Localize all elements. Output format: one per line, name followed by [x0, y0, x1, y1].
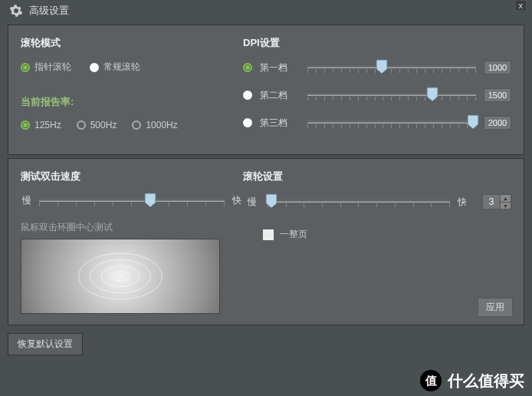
slider-thumb[interactable]	[426, 87, 438, 102]
slow-label: 慢	[243, 196, 261, 209]
radio-1000hz[interactable]: 1000Hz	[132, 120, 177, 130]
radio-normal-wheel[interactable]: 常规滚轮	[90, 61, 140, 74]
dpi-title: DPI设置	[243, 36, 511, 50]
slider-thumb[interactable]	[144, 193, 156, 208]
dpi-label: 第二档	[260, 89, 300, 102]
panel-advanced: 滚轮模式 指针滚轮 常规滚轮 当前报告率: 125Hz	[8, 25, 524, 155]
checkbox-one-page[interactable]	[263, 229, 274, 240]
dclick-help: 鼠标双击环圈中心测试	[21, 221, 243, 234]
window-title: 高级设置	[29, 4, 69, 18]
radio-label: 125Hz	[34, 120, 61, 130]
radio-dot-icon	[243, 63, 252, 72]
radio-500hz[interactable]: 500Hz	[77, 120, 117, 130]
fast-label: 快	[231, 194, 243, 207]
lines-stepper[interactable]: 3 ▲ ▼	[482, 194, 511, 210]
radio-dot-icon	[21, 63, 30, 72]
radio-pointer-wheel[interactable]: 指针滚轮	[21, 61, 71, 74]
radio-dot-icon	[132, 120, 141, 130]
report-rate-title: 当前报告率:	[21, 95, 243, 109]
radio-label: 1000Hz	[146, 120, 177, 130]
dpi-slider-2[interactable]	[307, 89, 476, 101]
dclick-title: 测试双击速度	[21, 170, 243, 183]
dpi-row-3: 第三档 2000	[243, 116, 511, 130]
wheel-speed-slider[interactable]	[268, 196, 450, 208]
dpi-row-1: 第一档 1000	[243, 61, 511, 74]
stepper-value: 3	[483, 195, 500, 209]
radio-dot-icon	[21, 120, 30, 130]
slider-thumb[interactable]	[265, 193, 277, 209]
radio-dpi-1[interactable]	[243, 63, 252, 72]
radio-dpi-3[interactable]	[243, 118, 252, 127]
dpi-value-badge: 1500	[484, 88, 511, 102]
watermark: 值 什么值得买	[420, 370, 524, 391]
radio-125hz[interactable]: 125Hz	[21, 120, 61, 130]
checkbox-label: 一整页	[280, 228, 307, 241]
radio-label: 常规滚轮	[103, 61, 140, 74]
dpi-slider-1[interactable]	[307, 61, 476, 74]
dpi-label: 第三档	[260, 117, 300, 130]
slider-thumb[interactable]	[376, 59, 388, 74]
dclick-test-area[interactable]	[21, 239, 220, 314]
dpi-value-badge: 1000	[484, 61, 511, 74]
dpi-value-badge: 2000	[484, 116, 511, 130]
dpi-label: 第一档	[260, 61, 300, 74]
watermark-badge-icon: 值	[420, 370, 442, 391]
radio-dot-icon	[243, 91, 252, 100]
radio-dpi-2[interactable]	[243, 91, 252, 100]
panel-test: 测试双击速度 慢 快 鼠标双击环圈中心测试 滚轮设置 慢	[8, 158, 524, 325]
radio-label: 指针滚轮	[34, 61, 71, 74]
radio-dot-icon	[77, 120, 86, 130]
radio-dot-icon	[90, 63, 99, 72]
close-button[interactable]: x	[516, 1, 527, 10]
wheel-mode-title: 滚轮模式	[21, 36, 243, 50]
dclick-slider[interactable]	[39, 195, 225, 207]
watermark-text: 什么值得买	[448, 371, 524, 391]
radio-label: 500Hz	[90, 120, 117, 130]
restore-defaults-button[interactable]: 恢复默认设置	[8, 333, 83, 355]
apply-button[interactable]: 应用	[478, 298, 513, 317]
radio-dot-icon	[243, 118, 252, 127]
fast-label: 快	[456, 196, 468, 209]
wheel-settings-title: 滚轮设置	[243, 170, 511, 183]
gear-icon	[9, 4, 23, 18]
stepper-up[interactable]: ▲	[500, 195, 511, 203]
dpi-slider-3[interactable]	[307, 117, 476, 129]
slow-label: 慢	[21, 194, 33, 207]
stepper-down[interactable]: ▼	[500, 203, 511, 210]
dpi-row-2: 第二档 1500	[243, 88, 511, 102]
slider-thumb[interactable]	[467, 114, 479, 130]
